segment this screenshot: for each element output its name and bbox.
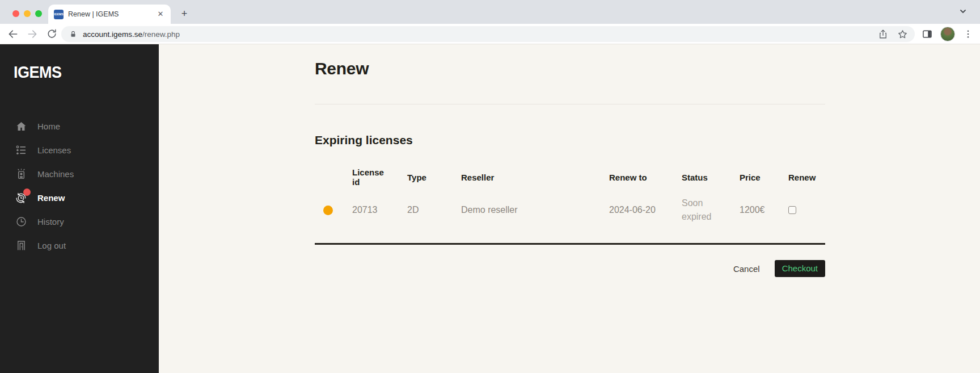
- home-icon: [15, 120, 27, 132]
- cell-renew-to: 2024-06-20: [609, 205, 682, 215]
- cell-status: Soon expired: [682, 196, 716, 224]
- col-header-reseller: Reseller: [461, 173, 609, 182]
- forward-icon[interactable]: [25, 27, 40, 41]
- page-title: Renew: [315, 57, 825, 81]
- status-dot: [323, 206, 333, 215]
- checkout-button[interactable]: Checkout: [775, 260, 825, 277]
- licenses-list-icon: [15, 144, 27, 156]
- mac-close-button[interactable]: [12, 10, 19, 17]
- col-header-type: Type: [407, 173, 461, 182]
- col-header-license-id: License id: [352, 167, 387, 187]
- sidebar-item-label: Log out: [37, 241, 66, 250]
- footer-actions: Cancel Checkout: [315, 260, 825, 277]
- cell-renew-checkbox: [788, 206, 825, 214]
- mac-minimize-button[interactable]: [24, 10, 31, 17]
- browser-window: IGEMS Renew | IGEMS ✕ + account.igems.se…: [0, 0, 980, 373]
- tab-close-icon[interactable]: ✕: [156, 10, 165, 19]
- sidebar-nav: Home Licenses: [0, 114, 159, 257]
- renew-notification-badge: [23, 188, 31, 196]
- page-body: IGEMS Home: [0, 44, 980, 373]
- licenses-table: License id Type Reseller Renew to Status…: [315, 164, 825, 245]
- site-favicon-icon: IGEMS: [54, 10, 64, 19]
- col-header-price: Price: [740, 173, 788, 182]
- reload-icon[interactable]: [44, 27, 59, 41]
- renew-checkbox[interactable]: [788, 206, 796, 214]
- cancel-button[interactable]: Cancel: [733, 264, 760, 274]
- sidebar-item-history[interactable]: History: [0, 209, 159, 233]
- browser-tab[interactable]: IGEMS Renew | IGEMS ✕: [48, 5, 171, 24]
- lock-icon: [69, 30, 77, 38]
- browser-toolbar: account.igems.se/renew.php: [0, 24, 980, 44]
- side-panel-icon[interactable]: [920, 27, 935, 41]
- url-domain: account.igems.se: [83, 30, 142, 39]
- sidebar-item-label: Home: [37, 121, 60, 131]
- col-header-renew: Renew: [788, 173, 825, 182]
- share-icon[interactable]: [876, 27, 890, 41]
- machine-icon: [15, 167, 27, 180]
- cell-type: 2D: [407, 205, 461, 215]
- tab-search-chevron-icon[interactable]: [958, 7, 968, 16]
- sidebar-item-label: Machines: [37, 169, 74, 179]
- igems-logo: IGEMS: [14, 63, 62, 82]
- cell-reseller: Demo reseller: [461, 205, 609, 215]
- history-clock-icon: [15, 215, 27, 228]
- table-header-row: License id Type Reseller Renew to Status…: [315, 164, 825, 191]
- bookmark-star-icon[interactable]: [895, 27, 909, 41]
- sidebar-item-machines[interactable]: Machines: [0, 162, 159, 186]
- col-header-renew-to: Renew to: [609, 173, 682, 182]
- main-content: Renew Expiring licenses License id Type …: [315, 44, 825, 277]
- address-bar[interactable]: account.igems.se/renew.php: [61, 26, 915, 42]
- section-title: Expiring licenses: [315, 133, 825, 148]
- logout-door-icon: [15, 239, 27, 252]
- sidebar-item-label: Renew: [37, 193, 65, 203]
- renew-icon: [15, 191, 27, 204]
- toolbar-right-cluster: [920, 24, 975, 44]
- new-tab-button[interactable]: +: [178, 7, 191, 21]
- url-path: /renew.php: [142, 30, 180, 39]
- table-row: 20713 2D Demo reseller 2024-06-20 Soon e…: [315, 192, 825, 228]
- sidebar-item-logout[interactable]: Log out: [0, 233, 159, 257]
- sidebar: IGEMS Home: [0, 44, 159, 373]
- tab-strip: IGEMS Renew | IGEMS ✕ +: [0, 0, 980, 24]
- mac-zoom-button[interactable]: [35, 10, 42, 17]
- sidebar-item-home[interactable]: Home: [0, 114, 159, 138]
- kebab-menu-icon[interactable]: [961, 27, 975, 41]
- profile-avatar[interactable]: [940, 27, 955, 41]
- back-icon[interactable]: [6, 27, 20, 41]
- col-header-status: Status: [682, 173, 740, 182]
- sidebar-item-label: History: [37, 217, 64, 227]
- tab-title: Renew | IGEMS: [68, 10, 151, 18]
- cell-license-id: 20713: [352, 205, 407, 215]
- sidebar-item-label: Licenses: [37, 145, 71, 155]
- sidebar-item-renew[interactable]: Renew: [0, 186, 159, 209]
- title-divider: [315, 104, 825, 104]
- cell-price: 1200€: [740, 205, 788, 215]
- sidebar-item-licenses[interactable]: Licenses: [0, 138, 159, 162]
- url-text: account.igems.se/renew.php: [83, 30, 871, 39]
- status-dot-cell: [315, 206, 352, 215]
